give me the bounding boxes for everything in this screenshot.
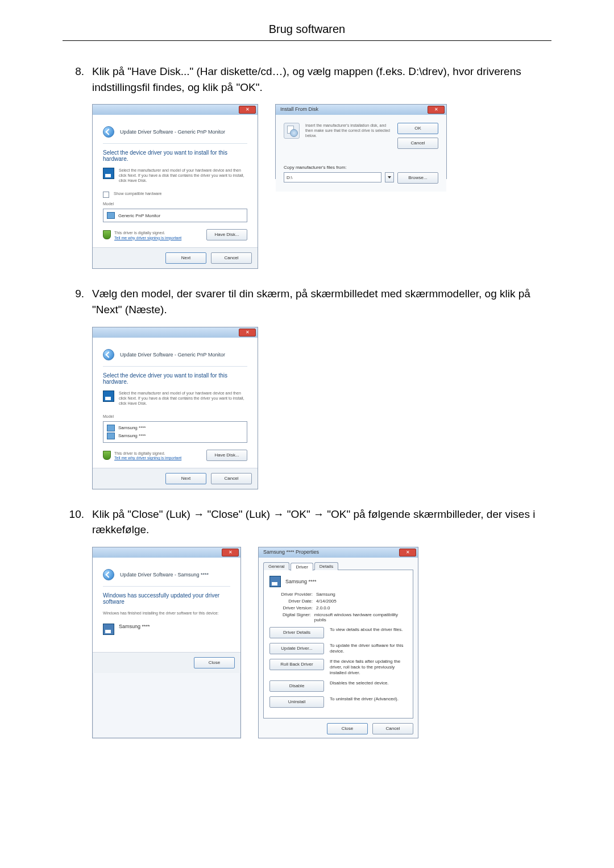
path-input[interactable]: D:\ <box>284 172 381 182</box>
shield-icon <box>103 451 111 460</box>
dialog-install-from-disk: Install From Disk ✕ Insert the manufactu… <box>275 104 447 179</box>
cancel-button[interactable]: Cancel <box>372 723 413 734</box>
dialog-update-success: ✕ Update Driver Software - Samsung **** … <box>92 547 241 738</box>
tab-general[interactable]: General <box>263 562 289 570</box>
show-compatible-checkbox[interactable] <box>103 192 109 198</box>
dropdown-toggle[interactable] <box>385 172 394 182</box>
page-title: Brug softwaren <box>63 23 551 41</box>
close-icon[interactable]: ✕ <box>222 549 239 556</box>
hint-text: Select the manufacturer and model of you… <box>119 391 247 406</box>
back-icon[interactable] <box>103 569 114 580</box>
dialog-properties: Samsung **** Properties ✕ General Driver… <box>258 547 418 738</box>
value-provider: Samsung <box>316 592 335 597</box>
have-disk-button[interactable]: Have Disk... <box>206 229 247 240</box>
label-provider: Driver Provider: <box>269 592 316 597</box>
next-button[interactable]: Next <box>165 252 206 264</box>
breadcrumb: Update Driver Software - Samsung **** <box>120 572 209 578</box>
update-driver-button[interactable]: Update Driver... <box>269 643 324 654</box>
monitor-icon <box>107 433 115 439</box>
back-icon[interactable] <box>103 126 114 138</box>
floppy-icon <box>103 391 114 402</box>
close-button[interactable]: Close <box>327 723 368 734</box>
step-text: Vælg den model, der svarer til din skærm… <box>92 286 551 317</box>
titlebar: ✕ <box>93 105 258 115</box>
success-subtext: Windows has finished installing the driv… <box>103 610 230 616</box>
have-disk-button[interactable]: Have Disk... <box>206 450 247 461</box>
value-version: 2.0.0.0 <box>316 605 330 610</box>
breadcrumb: Update Driver Software - Generic PnP Mon… <box>120 352 225 358</box>
signed-text: This driver is digitally signed. <box>114 230 181 235</box>
value-date: 4/14/2005 <box>316 599 337 604</box>
uninstall-button[interactable]: Uninstall <box>269 696 324 708</box>
dialog-select-driver: ✕ Update Driver Software - Generic PnP M… <box>92 104 258 269</box>
update-driver-desc: To update the driver software for this d… <box>330 643 407 654</box>
model-label: Model <box>103 414 247 419</box>
label-date: Driver Date: <box>269 599 316 604</box>
step-number: 9. <box>63 286 92 317</box>
list-item-label: Samsung **** <box>118 433 146 438</box>
ok-button[interactable]: OK <box>397 123 438 134</box>
model-list[interactable]: Samsung **** Samsung **** <box>103 421 247 443</box>
label-version: Driver Version: <box>269 605 316 610</box>
close-icon[interactable]: ✕ <box>428 106 445 114</box>
list-item[interactable]: Samsung **** <box>107 424 243 432</box>
dialog-heading: Select the device driver you want to ins… <box>103 149 247 162</box>
monitor-icon <box>269 576 281 587</box>
cancel-button[interactable]: Cancel <box>211 252 252 264</box>
tab-details[interactable]: Details <box>314 562 338 570</box>
path-value: D:\ <box>287 175 292 180</box>
copy-from-label: Copy manufacturer's files from: <box>284 165 438 170</box>
floppy-icon <box>103 168 114 179</box>
list-item-label: Samsung **** <box>118 425 146 430</box>
tab-driver[interactable]: Driver <box>291 563 313 571</box>
dialog-title: Samsung **** Properties <box>263 549 319 555</box>
show-compatible-label: Show compatible hardware <box>114 191 161 196</box>
list-item[interactable]: Samsung **** <box>107 432 243 440</box>
monitor-icon <box>107 425 115 431</box>
dialog-heading: Windows has successfully updated your dr… <box>103 592 230 605</box>
value-signer: microsoft windows hardware compatibility… <box>314 612 407 622</box>
rollback-driver-button[interactable]: Roll Back Driver <box>269 659 324 670</box>
disable-desc: Disables the selected device. <box>330 680 407 686</box>
driver-details-button[interactable]: Driver Details <box>269 627 324 638</box>
hint-text: Select the manufacturer and model of you… <box>119 168 247 183</box>
model-list[interactable]: Generic PnP Monitor <box>103 209 247 222</box>
close-icon[interactable]: ✕ <box>399 549 416 556</box>
cancel-button[interactable]: Cancel <box>211 473 252 484</box>
step-number: 10. <box>63 506 92 538</box>
step-8: 8. Klik på "Have Disk..." (Har diskette/… <box>63 64 551 95</box>
step-9: 9. Vælg den model, der svarer til din sk… <box>63 286 551 317</box>
list-item-label: Generic PnP Monitor <box>118 213 160 218</box>
dialog-select-model: ✕ Update Driver Software - Generic PnP M… <box>92 327 258 489</box>
list-item[interactable]: Generic PnP Monitor <box>107 211 243 219</box>
signed-text: This driver is digitally signed. <box>114 451 181 456</box>
close-button[interactable]: Close <box>194 657 235 668</box>
disk-icon <box>284 123 300 139</box>
install-msg: Insert the manufacturer's installation d… <box>305 123 392 149</box>
close-icon[interactable]: ✕ <box>239 329 256 337</box>
next-button[interactable]: Next <box>165 473 206 484</box>
monitor-icon <box>103 624 114 635</box>
device-name: Samsung **** <box>285 579 317 584</box>
cancel-button[interactable]: Cancel <box>397 138 438 149</box>
monitor-icon <box>107 212 115 219</box>
step-text: Klik på "Have Disk..." (Har diskette/cd…… <box>92 64 551 95</box>
uninstall-desc: To uninstall the driver (Advanced). <box>330 696 407 702</box>
model-label: Model <box>103 201 247 206</box>
tabs: General Driver Details <box>263 562 413 570</box>
step-text: Klik på "Close" (Luk) → "Close" (Luk) → … <box>92 506 551 538</box>
signing-link[interactable]: Tell me why driver signing is important <box>114 456 181 460</box>
driver-details-desc: To view details about the driver files. <box>330 627 407 633</box>
disable-button[interactable]: Disable <box>269 680 324 692</box>
rollback-driver-desc: If the device fails after updating the d… <box>330 659 407 676</box>
back-icon[interactable] <box>103 349 114 360</box>
breadcrumb: Update Driver Software - Generic PnP Mon… <box>120 129 225 135</box>
device-name: Samsung **** <box>119 624 150 629</box>
close-icon[interactable]: ✕ <box>239 106 256 114</box>
browse-button[interactable]: Browse... <box>397 172 438 184</box>
signing-link[interactable]: Tell me why driver signing is important <box>114 236 181 240</box>
step-number: 8. <box>63 64 92 95</box>
shield-icon <box>103 230 111 239</box>
dialog-title: Install From Disk <box>280 106 318 112</box>
chevron-down-icon <box>388 176 391 178</box>
